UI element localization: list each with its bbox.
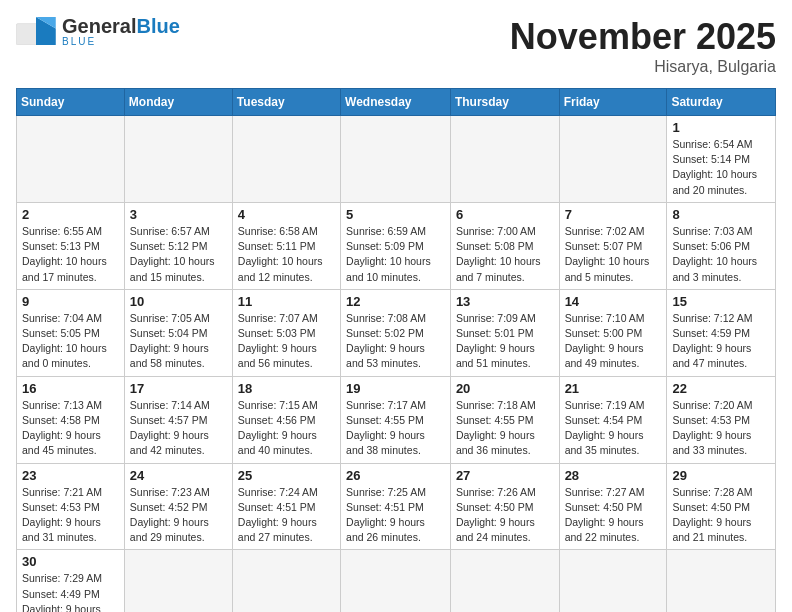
day-number: 25 (238, 468, 335, 483)
header-thursday: Thursday (450, 89, 559, 116)
day-number: 10 (130, 294, 227, 309)
calendar-cell: 30Sunrise: 7:29 AM Sunset: 4:49 PM Dayli… (17, 550, 125, 612)
calendar-cell (232, 116, 340, 203)
day-info: Sunrise: 6:57 AM Sunset: 5:12 PM Dayligh… (130, 224, 227, 285)
calendar-cell (450, 550, 559, 612)
calendar-cell: 27Sunrise: 7:26 AM Sunset: 4:50 PM Dayli… (450, 463, 559, 550)
calendar-cell: 5Sunrise: 6:59 AM Sunset: 5:09 PM Daylig… (341, 202, 451, 289)
calendar-cell: 17Sunrise: 7:14 AM Sunset: 4:57 PM Dayli… (124, 376, 232, 463)
day-info: Sunrise: 7:27 AM Sunset: 4:50 PM Dayligh… (565, 485, 662, 546)
day-info: Sunrise: 7:05 AM Sunset: 5:04 PM Dayligh… (130, 311, 227, 372)
day-info: Sunrise: 7:17 AM Sunset: 4:55 PM Dayligh… (346, 398, 445, 459)
day-info: Sunrise: 7:02 AM Sunset: 5:07 PM Dayligh… (565, 224, 662, 285)
calendar-cell: 11Sunrise: 7:07 AM Sunset: 5:03 PM Dayli… (232, 289, 340, 376)
day-number: 15 (672, 294, 770, 309)
day-info: Sunrise: 6:54 AM Sunset: 5:14 PM Dayligh… (672, 137, 770, 198)
calendar-cell (232, 550, 340, 612)
calendar-cell: 26Sunrise: 7:25 AM Sunset: 4:51 PM Dayli… (341, 463, 451, 550)
day-info: Sunrise: 7:28 AM Sunset: 4:50 PM Dayligh… (672, 485, 770, 546)
day-info: Sunrise: 7:18 AM Sunset: 4:55 PM Dayligh… (456, 398, 554, 459)
day-info: Sunrise: 7:00 AM Sunset: 5:08 PM Dayligh… (456, 224, 554, 285)
day-number: 29 (672, 468, 770, 483)
calendar-cell: 9Sunrise: 7:04 AM Sunset: 5:05 PM Daylig… (17, 289, 125, 376)
day-info: Sunrise: 7:15 AM Sunset: 4:56 PM Dayligh… (238, 398, 335, 459)
day-number: 4 (238, 207, 335, 222)
page-header: GeneralBlue Blue November 2025 Hisarya, … (16, 16, 776, 76)
day-number: 26 (346, 468, 445, 483)
day-number: 17 (130, 381, 227, 396)
day-number: 21 (565, 381, 662, 396)
calendar-cell: 22Sunrise: 7:20 AM Sunset: 4:53 PM Dayli… (667, 376, 776, 463)
day-info: Sunrise: 7:26 AM Sunset: 4:50 PM Dayligh… (456, 485, 554, 546)
calendar-cell: 20Sunrise: 7:18 AM Sunset: 4:55 PM Dayli… (450, 376, 559, 463)
calendar-cell: 21Sunrise: 7:19 AM Sunset: 4:54 PM Dayli… (559, 376, 667, 463)
calendar-week-5: 23Sunrise: 7:21 AM Sunset: 4:53 PM Dayli… (17, 463, 776, 550)
calendar-cell (124, 116, 232, 203)
day-info: Sunrise: 7:14 AM Sunset: 4:57 PM Dayligh… (130, 398, 227, 459)
calendar-cell: 2Sunrise: 6:55 AM Sunset: 5:13 PM Daylig… (17, 202, 125, 289)
day-number: 6 (456, 207, 554, 222)
day-number: 3 (130, 207, 227, 222)
day-number: 28 (565, 468, 662, 483)
calendar-cell: 18Sunrise: 7:15 AM Sunset: 4:56 PM Dayli… (232, 376, 340, 463)
calendar-cell: 16Sunrise: 7:13 AM Sunset: 4:58 PM Dayli… (17, 376, 125, 463)
calendar-cell: 25Sunrise: 7:24 AM Sunset: 4:51 PM Dayli… (232, 463, 340, 550)
calendar-cell: 29Sunrise: 7:28 AM Sunset: 4:50 PM Dayli… (667, 463, 776, 550)
calendar-cell: 1Sunrise: 6:54 AM Sunset: 5:14 PM Daylig… (667, 116, 776, 203)
calendar-week-6: 30Sunrise: 7:29 AM Sunset: 4:49 PM Dayli… (17, 550, 776, 612)
calendar-week-4: 16Sunrise: 7:13 AM Sunset: 4:58 PM Dayli… (17, 376, 776, 463)
day-number: 23 (22, 468, 119, 483)
logo-sub: Blue (62, 36, 180, 47)
day-info: Sunrise: 7:23 AM Sunset: 4:52 PM Dayligh… (130, 485, 227, 546)
calendar-cell (341, 550, 451, 612)
day-number: 20 (456, 381, 554, 396)
day-info: Sunrise: 6:55 AM Sunset: 5:13 PM Dayligh… (22, 224, 119, 285)
calendar-cell (124, 550, 232, 612)
day-number: 30 (22, 554, 119, 569)
calendar-cell: 19Sunrise: 7:17 AM Sunset: 4:55 PM Dayli… (341, 376, 451, 463)
day-info: Sunrise: 7:04 AM Sunset: 5:05 PM Dayligh… (22, 311, 119, 372)
day-info: Sunrise: 7:20 AM Sunset: 4:53 PM Dayligh… (672, 398, 770, 459)
day-info: Sunrise: 7:21 AM Sunset: 4:53 PM Dayligh… (22, 485, 119, 546)
header-sunday: Sunday (17, 89, 125, 116)
month-title: November 2025 (510, 16, 776, 58)
calendar-cell: 14Sunrise: 7:10 AM Sunset: 5:00 PM Dayli… (559, 289, 667, 376)
day-number: 24 (130, 468, 227, 483)
calendar-header-row: SundayMondayTuesdayWednesdayThursdayFrid… (17, 89, 776, 116)
calendar-cell (667, 550, 776, 612)
day-info: Sunrise: 6:59 AM Sunset: 5:09 PM Dayligh… (346, 224, 445, 285)
logo-blue: Blue (136, 15, 179, 37)
day-number: 11 (238, 294, 335, 309)
day-info: Sunrise: 7:08 AM Sunset: 5:02 PM Dayligh… (346, 311, 445, 372)
calendar-week-1: 1Sunrise: 6:54 AM Sunset: 5:14 PM Daylig… (17, 116, 776, 203)
header-monday: Monday (124, 89, 232, 116)
day-info: Sunrise: 6:58 AM Sunset: 5:11 PM Dayligh… (238, 224, 335, 285)
calendar-table: SundayMondayTuesdayWednesdayThursdayFrid… (16, 88, 776, 612)
day-info: Sunrise: 7:25 AM Sunset: 4:51 PM Dayligh… (346, 485, 445, 546)
calendar-cell: 6Sunrise: 7:00 AM Sunset: 5:08 PM Daylig… (450, 202, 559, 289)
calendar-cell (559, 116, 667, 203)
day-info: Sunrise: 7:24 AM Sunset: 4:51 PM Dayligh… (238, 485, 335, 546)
day-number: 14 (565, 294, 662, 309)
title-area: November 2025 Hisarya, Bulgaria (510, 16, 776, 76)
day-number: 27 (456, 468, 554, 483)
calendar-cell: 8Sunrise: 7:03 AM Sunset: 5:06 PM Daylig… (667, 202, 776, 289)
day-number: 22 (672, 381, 770, 396)
calendar-cell: 10Sunrise: 7:05 AM Sunset: 5:04 PM Dayli… (124, 289, 232, 376)
calendar-cell (17, 116, 125, 203)
header-tuesday: Tuesday (232, 89, 340, 116)
day-number: 7 (565, 207, 662, 222)
calendar-week-3: 9Sunrise: 7:04 AM Sunset: 5:05 PM Daylig… (17, 289, 776, 376)
calendar-cell: 13Sunrise: 7:09 AM Sunset: 5:01 PM Dayli… (450, 289, 559, 376)
day-number: 13 (456, 294, 554, 309)
calendar-cell: 23Sunrise: 7:21 AM Sunset: 4:53 PM Dayli… (17, 463, 125, 550)
day-number: 5 (346, 207, 445, 222)
day-number: 2 (22, 207, 119, 222)
day-info: Sunrise: 7:29 AM Sunset: 4:49 PM Dayligh… (22, 571, 119, 612)
day-number: 9 (22, 294, 119, 309)
calendar-cell: 3Sunrise: 6:57 AM Sunset: 5:12 PM Daylig… (124, 202, 232, 289)
day-number: 1 (672, 120, 770, 135)
day-info: Sunrise: 7:09 AM Sunset: 5:01 PM Dayligh… (456, 311, 554, 372)
header-saturday: Saturday (667, 89, 776, 116)
calendar-cell (559, 550, 667, 612)
